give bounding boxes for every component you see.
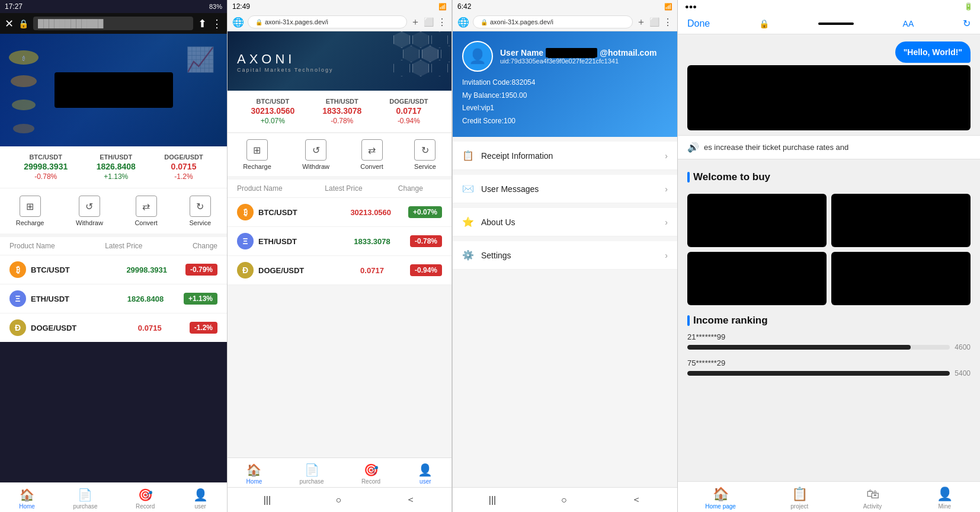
ios-nav-activity[interactable]: 🛍 Activity (863, 487, 882, 510)
ranking-section: Income ranking 21*******99 4600 75******… (678, 310, 980, 389)
profile-avatar: 👤 (462, 41, 493, 72)
credit-score: Credit Score:100 (462, 115, 668, 128)
p2-service[interactable]: ↻ Service (414, 139, 436, 170)
table-row[interactable]: Ð DOGE/USDT 0.0717 -0.94% (228, 256, 451, 285)
p2-recharge[interactable]: ⊞ Recharge (243, 139, 271, 170)
recharge-action[interactable]: ⊞ Recharge (16, 196, 44, 226)
receipt-menu-item[interactable]: 📋 Receipt Information › (453, 142, 677, 170)
hex-row-1 (393, 31, 451, 48)
share-icon[interactable]: ⬆ (198, 17, 207, 30)
ranking-bar-outer-2 (687, 371, 950, 376)
p2-recharge-icon: ⊞ (246, 139, 268, 161)
tts-bar: 🔊 es increase their ticket purchase rate… (678, 135, 980, 159)
panel1-status-icons: 83% (209, 3, 222, 10)
section-bar-blue (687, 172, 690, 183)
table-row[interactable]: ₿ BTC/USDT 29998.3931 -0.79% (0, 255, 227, 284)
row-doge-price: 0.0715 (110, 324, 190, 332)
record-icon: 🎯 (138, 488, 153, 502)
convert-action[interactable]: ⇄ Convert (134, 196, 158, 226)
balance: My Balance:1950.00 (462, 89, 668, 103)
p2-purchase-icon: 📄 (305, 463, 319, 477)
product-image-2[interactable] (831, 194, 971, 247)
username-prefix: User Name (500, 48, 543, 57)
p2-nav-user[interactable]: 👤 user (418, 463, 433, 485)
product-image-1[interactable] (687, 194, 827, 247)
p2-eth-change: -0.78% (322, 117, 361, 125)
profile-spacer-2 (453, 170, 677, 175)
ranking-bar-inner-2 (687, 371, 950, 376)
p3-android-menu[interactable]: ||| (479, 492, 505, 508)
p2-nav-purchase[interactable]: 📄 purchase (300, 463, 324, 485)
p3-android-back[interactable]: ＜ (622, 491, 651, 508)
p2-withdraw[interactable]: ↺ Withdraw (302, 139, 329, 170)
doge-price-change: -1.2% (164, 172, 203, 181)
ios-nav-project[interactable]: 📋 project (790, 487, 808, 510)
panel2-actions: ⊞ Recharge ↺ Withdraw ⇄ Convert ↻ Servic… (228, 133, 451, 180)
messages-icon: ✉️ (462, 183, 474, 194)
hero-black-box (55, 72, 173, 108)
p2-nav-record[interactable]: 🎯 Record (361, 463, 380, 485)
product-image-4[interactable] (831, 252, 971, 305)
p3-add-tab-icon[interactable]: ＋ (636, 16, 646, 28)
table-row[interactable]: Ξ ETH/USDT 1826.8408 +1.13% (0, 284, 227, 313)
panel1-table-header: Product Name Latest Price Change (0, 233, 227, 255)
nav-user[interactable]: 👤 user (193, 488, 208, 510)
profile-spacer-4 (453, 236, 677, 241)
p3-more-icon[interactable]: ⋮ (663, 17, 672, 28)
convert-icon: ⇄ (136, 196, 157, 217)
ios-nav-mine[interactable]: 👤 Mine (937, 487, 953, 510)
p3-tabs-icon[interactable]: ⬜ (649, 17, 659, 27)
p3-android-home[interactable]: ○ (552, 492, 577, 508)
tabs-icon[interactable]: ⬜ (424, 17, 434, 27)
back-icon[interactable]: 🌐 (232, 17, 244, 28)
ios-mine-icon: 👤 (937, 487, 953, 502)
about-label: About Us (481, 217, 658, 227)
ios-url-field[interactable] (818, 23, 854, 25)
nav-purchase[interactable]: 📄 purchase (73, 488, 97, 510)
settings-arrow-icon: › (665, 251, 668, 260)
product-image-3[interactable] (687, 252, 827, 305)
invitation-code: Invitation Code:832054 (462, 76, 668, 89)
close-icon[interactable]: ✕ (5, 17, 14, 30)
p2-nav-home[interactable]: 🏠 Home (246, 463, 262, 485)
ranking-item-2: 75*******29 5400 (687, 359, 971, 377)
android-menu-btn[interactable]: ||| (254, 492, 280, 508)
p2-col-product: Product Name (237, 184, 325, 193)
svg-point-2 (12, 100, 36, 110)
panel2-browser-app: 12:49 📶 🌐 🔒 axoni-31x.pages.dev/i ＋ ⬜ ⋮ … (227, 0, 452, 512)
ranking-item-1: 21*******99 4600 (687, 332, 971, 351)
withdraw-action[interactable]: ↺ Withdraw (76, 196, 103, 226)
p2-convert[interactable]: ⇄ Convert (360, 139, 383, 170)
table-row[interactable]: Ξ ETH/USDT 1833.3078 -0.78% (228, 227, 451, 256)
settings-menu-item[interactable]: ⚙️ Settings › (453, 241, 677, 270)
ios-aa-button[interactable]: AA (903, 19, 914, 28)
doge-pair-label: DOGE/USDT (164, 153, 203, 161)
p3-lock-icon: 🔒 (481, 19, 488, 25)
panel3-url-bar[interactable]: 🔒 axoni-31x.pages.dev/i (473, 15, 633, 28)
table-row[interactable]: Ð DOGE/USDT 0.0715 -1.2% (0, 313, 227, 342)
nav-home[interactable]: 🏠 Home (19, 488, 35, 510)
new-tab-icon[interactable]: ＋ (411, 16, 420, 28)
android-home-btn[interactable]: ○ (326, 492, 351, 508)
about-menu-item[interactable]: ⭐ About Us › (453, 208, 677, 236)
settings-label: Settings (481, 251, 658, 260)
done-button[interactable]: Done (687, 18, 710, 29)
url-text: axoni-31x.pages.dev/i (265, 18, 328, 25)
messages-menu-item[interactable]: ✉️ User Messages › (453, 175, 677, 203)
tts-speaker-icon: 🔊 (687, 142, 699, 153)
ios-nav-home[interactable]: 🏠 Home page (705, 487, 736, 510)
service-action[interactable]: ↻ Service (189, 196, 211, 226)
ios-refresh-button[interactable]: ↻ (963, 18, 971, 29)
table-row[interactable]: ₿ BTC/USDT 30213.0560 +0.07% (228, 198, 451, 227)
withdraw-label: Withdraw (76, 219, 103, 226)
nav-record[interactable]: 🎯 Record (136, 488, 155, 510)
hex-8 (412, 60, 429, 76)
tts-text: es increase their ticket purchase rates … (704, 143, 848, 152)
android-back-btn[interactable]: ＜ (396, 491, 425, 508)
panel3-time: 6:42 (457, 2, 471, 11)
more-icon[interactable]: ⋮ (437, 17, 447, 28)
ranking-value-2: 5400 (955, 369, 971, 377)
menu-icon[interactable]: ⋮ (212, 17, 222, 30)
svg-point-3 (13, 124, 34, 133)
panel2-url-bar[interactable]: 🔒 axoni-31x.pages.dev/i (248, 15, 407, 28)
